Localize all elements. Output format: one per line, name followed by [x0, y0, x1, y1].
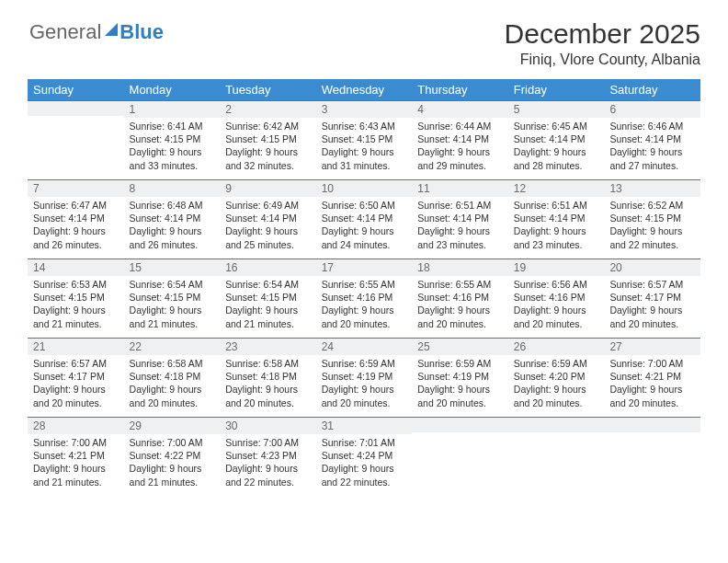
day-details: Sunrise: 6:50 AMSunset: 4:14 PMDaylight:… [316, 197, 413, 257]
day-details: Sunrise: 6:54 AMSunset: 4:15 PMDaylight:… [220, 276, 316, 336]
daylight-text: Daylight: 9 hours and 22 minutes. [225, 462, 311, 488]
day-details: Sunrise: 6:59 AMSunset: 4:19 PMDaylight:… [412, 355, 508, 415]
day-details: Sunrise: 7:01 AMSunset: 4:24 PMDaylight:… [316, 434, 413, 494]
day-details: Sunrise: 6:53 AMSunset: 4:15 PMDaylight:… [28, 276, 124, 336]
day-details: Sunrise: 6:51 AMSunset: 4:14 PMDaylight:… [508, 197, 605, 257]
calendar-day: 28Sunrise: 7:00 AMSunset: 4:21 PMDayligh… [28, 418, 124, 497]
sunrise-text: Sunrise: 6:46 AM [609, 120, 695, 132]
sunset-text: Sunset: 4:16 PM [417, 291, 503, 304]
daylight-text: Daylight: 9 hours and 21 minutes. [130, 304, 215, 329]
day-details: Sunrise: 6:56 AMSunset: 4:16 PMDaylight:… [508, 276, 605, 336]
sunset-text: Sunset: 4:15 PM [130, 291, 215, 304]
day-details: Sunrise: 6:51 AMSunset: 4:14 PMDaylight:… [412, 197, 508, 257]
calendar-table: SundayMondayTuesdayWednesdayThursdayFrid… [28, 79, 700, 497]
calendar-week: 7Sunrise: 6:47 AMSunset: 4:14 PMDaylight… [28, 180, 700, 259]
calendar-week: 1Sunrise: 6:41 AMSunset: 4:15 PMDaylight… [28, 101, 700, 180]
day-number: 29 [124, 418, 221, 434]
sunrise-text: Sunrise: 6:42 AM [225, 120, 311, 132]
day-number: 28 [28, 418, 124, 434]
day-number: 9 [220, 180, 316, 197]
sunset-text: Sunset: 4:15 PM [33, 291, 119, 304]
sunrise-text: Sunrise: 6:47 AM [33, 199, 119, 212]
day-number [508, 418, 605, 432]
day-number: 24 [316, 339, 413, 355]
sunrise-text: Sunrise: 6:48 AM [130, 199, 215, 212]
day-details: Sunrise: 7:00 AMSunset: 4:21 PMDaylight:… [28, 434, 124, 494]
calendar-day: 26Sunrise: 6:59 AMSunset: 4:20 PMDayligh… [508, 339, 605, 418]
daylight-text: Daylight: 9 hours and 23 minutes. [417, 224, 503, 250]
sunset-text: Sunset: 4:16 PM [514, 291, 599, 304]
day-number: 20 [604, 259, 700, 276]
sunrise-text: Sunrise: 6:59 AM [417, 357, 503, 370]
day-details: Sunrise: 6:41 AMSunset: 4:15 PMDaylight:… [124, 118, 221, 178]
day-number: 1 [124, 101, 221, 118]
weekday-header: Wednesday [316, 79, 413, 101]
sunrise-text: Sunrise: 6:58 AM [130, 357, 215, 370]
sunrise-text: Sunrise: 6:59 AM [322, 357, 407, 370]
sunset-text: Sunset: 4:23 PM [225, 449, 311, 462]
day-number: 17 [316, 259, 413, 276]
calendar-day-empty [604, 418, 700, 497]
sunset-text: Sunset: 4:14 PM [514, 212, 599, 224]
day-details: Sunrise: 6:55 AMSunset: 4:16 PMDaylight:… [316, 276, 413, 336]
daylight-text: Daylight: 9 hours and 20 minutes. [609, 304, 695, 329]
sunset-text: Sunset: 4:16 PM [322, 291, 407, 304]
calendar-day: 8Sunrise: 6:48 AMSunset: 4:14 PMDaylight… [124, 180, 221, 259]
sunset-text: Sunset: 4:14 PM [417, 132, 503, 145]
day-details: Sunrise: 6:47 AMSunset: 4:14 PMDaylight:… [28, 197, 124, 257]
sunrise-text: Sunrise: 6:43 AM [322, 120, 407, 132]
day-number: 21 [28, 339, 124, 355]
day-details: Sunrise: 6:46 AMSunset: 4:14 PMDaylight:… [604, 118, 700, 178]
daylight-text: Daylight: 9 hours and 22 minutes. [609, 224, 695, 250]
sunrise-text: Sunrise: 6:41 AM [130, 120, 215, 132]
day-details: Sunrise: 7:00 AMSunset: 4:21 PMDaylight:… [604, 355, 700, 415]
day-details: Sunrise: 6:42 AMSunset: 4:15 PMDaylight:… [220, 118, 316, 178]
day-details: Sunrise: 6:57 AMSunset: 4:17 PMDaylight:… [28, 355, 124, 415]
sunset-text: Sunset: 4:14 PM [322, 212, 407, 224]
day-number: 30 [220, 418, 316, 434]
calendar-day: 30Sunrise: 7:00 AMSunset: 4:23 PMDayligh… [220, 418, 316, 497]
day-number: 16 [220, 259, 316, 276]
day-details: Sunrise: 6:59 AMSunset: 4:20 PMDaylight:… [508, 355, 605, 415]
brand-part1: General [29, 20, 101, 44]
daylight-text: Daylight: 9 hours and 29 minutes. [417, 145, 503, 171]
daylight-text: Daylight: 9 hours and 20 minutes. [322, 304, 407, 329]
calendar-day-empty [508, 418, 605, 497]
daylight-text: Daylight: 9 hours and 33 minutes. [130, 145, 215, 171]
day-details: Sunrise: 6:43 AMSunset: 4:15 PMDaylight:… [316, 118, 413, 178]
day-number: 5 [508, 101, 605, 118]
calendar-head: SundayMondayTuesdayWednesdayThursdayFrid… [28, 79, 700, 101]
day-number: 7 [28, 180, 124, 197]
weekday-header: Monday [124, 79, 221, 101]
sunrise-text: Sunrise: 6:57 AM [609, 278, 695, 291]
weekday-header: Tuesday [220, 79, 316, 101]
sunset-text: Sunset: 4:17 PM [609, 291, 695, 304]
daylight-text: Daylight: 9 hours and 20 minutes. [33, 383, 119, 408]
sunset-text: Sunset: 4:20 PM [514, 370, 599, 383]
day-details: Sunrise: 6:55 AMSunset: 4:16 PMDaylight:… [412, 276, 508, 336]
calendar-day: 1Sunrise: 6:41 AMSunset: 4:15 PMDaylight… [124, 101, 221, 180]
daylight-text: Daylight: 9 hours and 21 minutes. [33, 462, 119, 488]
day-number: 6 [604, 101, 700, 118]
day-number [28, 101, 124, 116]
day-number: 8 [124, 180, 221, 197]
calendar-day: 13Sunrise: 6:52 AMSunset: 4:15 PMDayligh… [604, 180, 700, 259]
sunset-text: Sunset: 4:15 PM [322, 132, 407, 145]
daylight-text: Daylight: 9 hours and 20 minutes. [322, 383, 407, 408]
day-details: Sunrise: 6:44 AMSunset: 4:14 PMDaylight:… [412, 118, 508, 178]
sunrise-text: Sunrise: 6:55 AM [322, 278, 407, 291]
calendar-day: 12Sunrise: 6:51 AMSunset: 4:14 PMDayligh… [508, 180, 605, 259]
sunrise-text: Sunrise: 7:00 AM [225, 436, 311, 449]
calendar-day: 27Sunrise: 7:00 AMSunset: 4:21 PMDayligh… [604, 339, 700, 418]
daylight-text: Daylight: 9 hours and 20 minutes. [514, 383, 599, 408]
sunset-text: Sunset: 4:22 PM [130, 449, 215, 462]
daylight-text: Daylight: 9 hours and 21 minutes. [130, 462, 215, 488]
sunrise-text: Sunrise: 7:01 AM [322, 436, 407, 449]
daylight-text: Daylight: 9 hours and 20 minutes. [514, 304, 599, 329]
day-details: Sunrise: 7:00 AMSunset: 4:22 PMDaylight:… [124, 434, 221, 494]
day-number: 2 [220, 101, 316, 118]
sunset-text: Sunset: 4:14 PM [417, 212, 503, 224]
sunrise-text: Sunrise: 6:49 AM [225, 199, 311, 212]
location-subtitle: Finiq, Vlore County, Albania [28, 52, 700, 68]
calendar-day: 19Sunrise: 6:56 AMSunset: 4:16 PMDayligh… [508, 259, 605, 339]
